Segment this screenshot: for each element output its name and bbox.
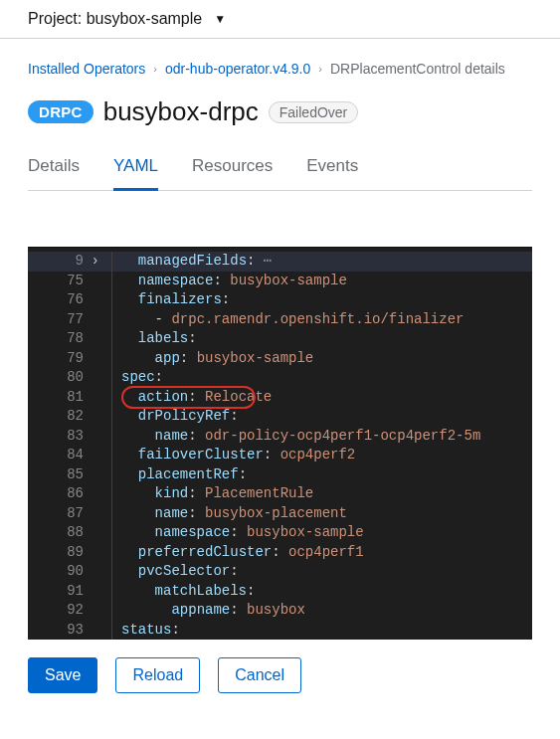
tab-yaml[interactable]: YAML (113, 156, 158, 191)
line-number: 93 (28, 621, 97, 641)
page-heading: DRPC busybox-drpc FailedOver (28, 96, 532, 127)
code-line[interactable]: 78 labels: (28, 329, 532, 349)
code-content: pvcSelector: (97, 562, 532, 582)
code-line[interactable]: 80spec: (28, 368, 532, 388)
code-line[interactable]: 82 drPolicyRef: (28, 407, 532, 427)
breadcrumb-installed-operators[interactable]: Installed Operators (28, 61, 145, 77)
code-content: managedFields: ⋯ (97, 252, 532, 272)
line-number: 81 (28, 388, 97, 408)
code-line[interactable]: 90 pvcSelector: (28, 562, 532, 582)
project-label: Project: busybox-sample (28, 10, 202, 28)
code-line[interactable]: 93status: (28, 621, 532, 641)
code-content: namespace: busybox-sample (97, 523, 532, 543)
action-buttons: Save Reload Cancel (0, 657, 560, 717)
code-line[interactable]: 86 kind: PlacementRule (28, 484, 532, 504)
page-title: busybox-drpc (103, 96, 259, 127)
tab-events[interactable]: Events (306, 156, 358, 191)
code-content: name: odr-policy-ocp4perf1-ocp4perf2-5m (97, 427, 532, 447)
code-content: placementRef: (97, 465, 532, 485)
tab-bar: Details YAML Resources Events (28, 155, 532, 191)
code-content: spec: (97, 368, 532, 388)
code-line[interactable]: 87 name: busybox-placement (28, 504, 532, 524)
code-content: namespace: busybox-sample (97, 272, 532, 291)
code-content: name: busybox-placement (97, 504, 532, 524)
line-number: 78 (28, 329, 97, 349)
line-number: 77 (28, 310, 97, 330)
line-number: 87 (28, 504, 97, 524)
code-content: finalizers: (97, 290, 532, 310)
resource-badge: DRPC (28, 100, 93, 123)
code-content: drPolicyRef: (97, 407, 532, 427)
line-number: 92 (28, 601, 97, 621)
line-number: 91 (28, 582, 97, 602)
code-content: status: (97, 621, 532, 641)
chevron-right-icon: › (153, 63, 157, 75)
reload-button[interactable]: Reload (115, 657, 200, 693)
breadcrumb-operator[interactable]: odr-hub-operator.v4.9.0 (165, 61, 310, 77)
code-line[interactable]: 92 appname: busybox (28, 601, 532, 621)
code-line[interactable]: 88 namespace: busybox-sample (28, 523, 532, 543)
breadcrumb: Installed Operators › odr-hub-operator.v… (28, 61, 532, 77)
line-number: 86 (28, 484, 97, 504)
code-line[interactable]: 76 finalizers: (28, 290, 532, 310)
code-content: - drpc.ramendr.openshift.io/finalizer (97, 310, 532, 330)
code-content: matchLabels: (97, 582, 532, 602)
code-line[interactable]: 85 placementRef: (28, 465, 532, 485)
chevron-right-icon: › (318, 63, 322, 75)
code-content: labels: (97, 329, 532, 349)
yaml-editor[interactable]: 9 managedFields: ⋯75 namespace: busybox-… (28, 247, 532, 640)
line-number: 80 (28, 368, 97, 388)
breadcrumb-current: DRPlacementControl details (330, 61, 505, 77)
code-line[interactable]: 84 failoverCluster: ocp4perf2 (28, 446, 532, 465)
code-line[interactable]: 91 matchLabels: (28, 582, 532, 602)
tab-resources[interactable]: Resources (192, 156, 273, 191)
line-number: 79 (28, 349, 97, 369)
code-line[interactable]: 81 action: Relocate (28, 388, 532, 408)
code-line[interactable]: 75 namespace: busybox-sample (28, 272, 532, 291)
line-number: 75 (28, 272, 97, 291)
save-button[interactable]: Save (28, 657, 97, 693)
line-number: 9 (28, 252, 97, 272)
project-selector[interactable]: Project: busybox-sample ▼ (0, 0, 560, 39)
line-number: 76 (28, 290, 97, 310)
code-line[interactable]: 9 managedFields: ⋯ (28, 252, 532, 272)
code-line[interactable]: 79 app: busybox-sample (28, 349, 532, 369)
code-content: action: Relocate (97, 388, 532, 408)
line-number: 90 (28, 562, 97, 582)
line-number: 89 (28, 543, 97, 563)
tab-details[interactable]: Details (28, 156, 80, 191)
code-line[interactable]: 89 preferredCluster: ocp4perf1 (28, 543, 532, 563)
code-line[interactable]: 77 - drpc.ramendr.openshift.io/finalizer (28, 310, 532, 330)
status-badge: FailedOver (269, 101, 358, 123)
code-line[interactable]: 83 name: odr-policy-ocp4perf1-ocp4perf2-… (28, 427, 532, 447)
code-content: app: busybox-sample (97, 349, 532, 369)
code-content: preferredCluster: ocp4perf1 (97, 543, 532, 563)
line-number: 82 (28, 407, 97, 427)
code-content: kind: PlacementRule (97, 484, 532, 504)
line-number: 84 (28, 446, 97, 465)
chevron-down-icon: ▼ (214, 12, 226, 26)
code-content: failoverCluster: ocp4perf2 (97, 446, 532, 465)
line-number: 85 (28, 465, 97, 485)
line-number: 83 (28, 427, 97, 447)
line-number: 88 (28, 523, 97, 543)
code-content: appname: busybox (97, 601, 532, 621)
cancel-button[interactable]: Cancel (218, 657, 301, 693)
